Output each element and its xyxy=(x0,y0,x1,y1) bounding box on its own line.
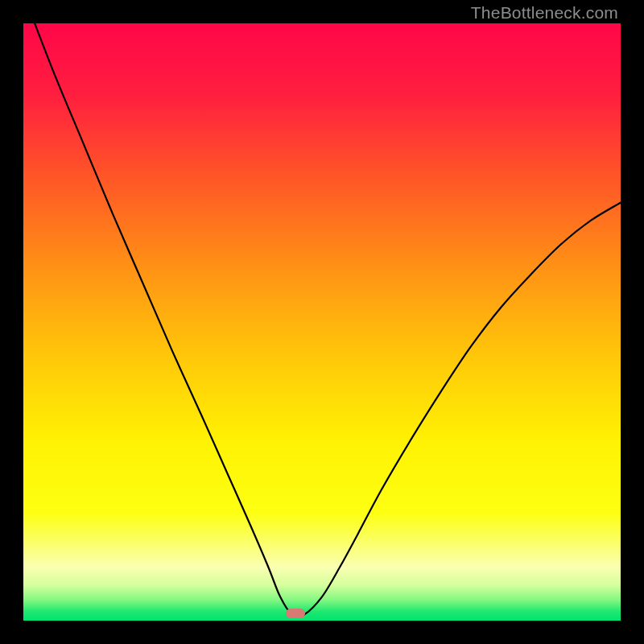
optimum-marker xyxy=(286,609,305,618)
outer-frame: TheBottleneck.com xyxy=(0,0,644,644)
plot-area xyxy=(23,23,621,621)
bottleneck-curve xyxy=(23,23,621,621)
watermark-text: TheBottleneck.com xyxy=(471,3,618,23)
